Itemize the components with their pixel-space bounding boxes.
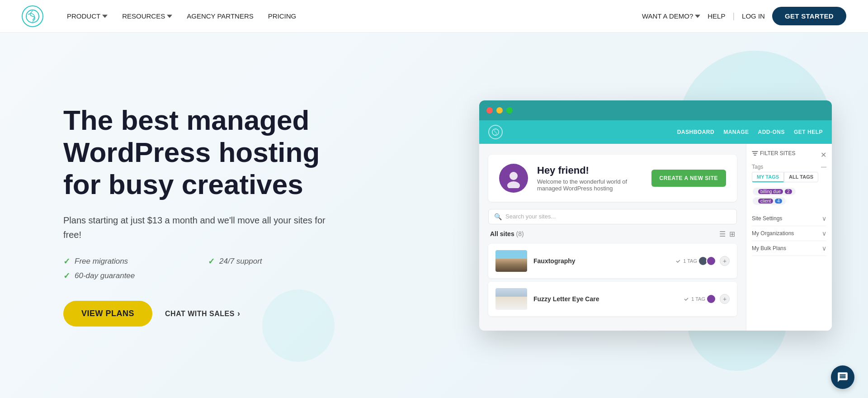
welcome-greeting: Hey friend!	[537, 165, 642, 176]
mockup-titlebar	[479, 100, 832, 120]
logo[interactable]	[22, 5, 43, 27]
view-plans-button[interactable]: VIEW PLANS	[63, 301, 152, 327]
check-icon: ✓	[63, 256, 70, 266]
nav-resources[interactable]: RESOURCES	[117, 9, 178, 24]
hero-subtitle: Plans starting at just $13 a month and w…	[63, 213, 335, 242]
site-tags-fuzzy: 1 TAG +	[684, 294, 730, 304]
grid-view-icon[interactable]: ⊞	[729, 230, 735, 238]
welcome-card: Hey friend! Welcome to the wonderful wor…	[488, 155, 737, 202]
filter-panel: FILTER SITES ✕ Tags — MY TAGS ALL TAGS	[746, 144, 832, 331]
dashboard-mockup: DASHBOARD MANAGE ADD-ONS GET HELP	[479, 100, 832, 331]
add-tag-button-2[interactable]: +	[720, 294, 730, 304]
mockup-nav-manage[interactable]: MANAGE	[723, 129, 749, 135]
welcome-subtitle: Welcome to the wonderful world of manage…	[537, 178, 642, 192]
site-name-fauxtography: Fauxtography	[533, 257, 669, 265]
expand-icon-orgs: ∨	[822, 230, 826, 237]
window-minimize-dot	[496, 107, 503, 114]
mockup-main: Hey friend! Welcome to the wonderful wor…	[479, 144, 746, 331]
nav-right: WANT A DEMO? HELP | LOG IN GET STARTED	[642, 7, 846, 25]
mockup-nav-links: DASHBOARD MANAGE ADD-ONS GET HELP	[677, 129, 823, 135]
check-icon-2: ✓	[208, 256, 215, 266]
svg-point-3	[507, 181, 520, 188]
sites-header: All sites (8) ☰ ⊞	[488, 230, 737, 238]
mockup-logo	[488, 125, 503, 139]
hero-left: The best managed WordPress hosting for b…	[63, 104, 335, 327]
sites-view-controls: ☰ ⊞	[719, 230, 735, 238]
feature-label-guarantee: 60-day guarantee	[75, 271, 135, 280]
site-card-fauxtography[interactable]: Fauxtography 1 TAG +	[488, 244, 737, 278]
tag-count-label: 1 TAG	[675, 258, 697, 264]
sites-search-bar: 🔍 Search your sites...	[488, 209, 737, 224]
list-view-icon[interactable]: ☰	[719, 230, 726, 238]
mockup-nav-gethelp[interactable]: GET HELP	[794, 129, 823, 135]
feature-guarantee: ✓ 60-day guarantee	[63, 271, 190, 281]
site-tags-fauxtography: 1 TAG +	[675, 256, 730, 266]
nav-login[interactable]: LOG IN	[742, 12, 765, 20]
site-name-fuzzy: Fuzzy Letter Eye Care	[533, 295, 677, 303]
mockup-nav-addons[interactable]: ADD-ONS	[758, 129, 785, 135]
sites-title: All sites (8)	[490, 230, 524, 237]
tag-count-label-2: 1 TAG	[684, 296, 705, 302]
search-placeholder[interactable]: Search your sites...	[505, 213, 556, 220]
tag-avatar-purple	[706, 256, 716, 266]
panel-my-organizations[interactable]: My Organizations ∨	[752, 226, 826, 241]
arrow-icon: ›	[237, 309, 241, 318]
my-tags-tab[interactable]: MY TAGS	[752, 172, 784, 182]
svg-point-2	[509, 172, 518, 180]
tag-chip-count: 2	[785, 189, 792, 194]
feature-label-support: 24/7 support	[219, 257, 262, 266]
hero-section: The best managed WordPress hosting for b…	[0, 33, 868, 398]
panel-sections: Site Settings ∨ My Organizations ∨ My Bu…	[752, 211, 826, 256]
tag-chip-label-2: client	[758, 199, 773, 204]
user-avatar	[499, 164, 528, 193]
tag-chips-container: billing due 2 client 4	[752, 187, 826, 206]
tag-avatars	[700, 256, 716, 266]
panel-site-settings[interactable]: Site Settings ∨	[752, 211, 826, 226]
mockup-nav-dashboard[interactable]: DASHBOARD	[677, 129, 715, 135]
mockup-navbar: DASHBOARD MANAGE ADD-ONS GET HELP	[479, 120, 832, 144]
search-icon: 🔍	[494, 213, 502, 220]
feature-migrations: ✓ Free migrations	[63, 256, 190, 266]
tags-minus-icon[interactable]: —	[821, 164, 826, 170]
tag-chip-client[interactable]: client 4	[753, 197, 786, 205]
features-list: ✓ Free migrations ✓ 24/7 support ✓ 60-da…	[63, 256, 335, 281]
nav-want-demo[interactable]: WANT A DEMO?	[642, 12, 700, 20]
feature-label-migrations: Free migrations	[75, 257, 128, 266]
window-maximize-dot	[506, 107, 513, 114]
check-icon-3: ✓	[63, 271, 70, 281]
hero-right: DASHBOARD MANAGE ADD-ONS GET HELP	[335, 100, 832, 331]
filter-panel-close-button[interactable]: ✕	[821, 151, 826, 159]
create-new-site-button[interactable]: CREATE A NEW SITE	[651, 170, 726, 187]
site-thumbnail-fuzzy	[495, 288, 527, 310]
tag-chip-billing[interactable]: billing due 2	[753, 188, 796, 195]
nav-help[interactable]: HELP	[708, 12, 725, 20]
navbar: PRODUCT RESOURCES AGENCY PARTNERS PRICIN…	[0, 0, 868, 33]
chat-with-sales-button[interactable]: CHAT WITH SALES ›	[165, 309, 240, 318]
tags-label: Tags	[752, 164, 763, 170]
expand-icon-settings: ∨	[822, 215, 826, 222]
window-close-dot	[486, 107, 493, 114]
site-card-fuzzy[interactable]: Fuzzy Letter Eye Care 1 TAG +	[488, 282, 737, 316]
tag-chip-count-2: 4	[775, 199, 782, 204]
nav-pricing[interactable]: PRICING	[263, 9, 302, 24]
tags-section-header: Tags —	[752, 164, 826, 170]
panel-bulk-plans[interactable]: My Bulk Plans ∨	[752, 241, 826, 256]
nav-divider: |	[732, 11, 735, 21]
nav-links: PRODUCT RESOURCES AGENCY PARTNERS PRICIN…	[61, 9, 642, 24]
cta-row: VIEW PLANS CHAT WITH SALES ›	[63, 301, 335, 327]
filter-sites-label: FILTER SITES	[752, 150, 795, 156]
tag-avatar-purple-2	[706, 294, 716, 304]
feature-support: ✓ 24/7 support	[208, 256, 335, 266]
tags-tabs: MY TAGS ALL TAGS	[752, 172, 826, 182]
all-tags-tab[interactable]: ALL TAGS	[784, 172, 818, 182]
hero-title: The best managed WordPress hosting for b…	[63, 104, 335, 201]
add-tag-button[interactable]: +	[720, 256, 730, 266]
nav-product[interactable]: PRODUCT	[61, 9, 113, 24]
site-thumbnail-fauxtography	[495, 250, 527, 272]
get-started-button[interactable]: GET STARTED	[772, 7, 846, 25]
welcome-text: Hey friend! Welcome to the wonderful wor…	[537, 165, 642, 192]
expand-icon-bulk: ∨	[822, 245, 826, 252]
tag-chip-label: billing due	[758, 189, 783, 194]
nav-agency-partners[interactable]: AGENCY PARTNERS	[181, 9, 259, 24]
chat-bubble-button[interactable]	[831, 365, 854, 389]
